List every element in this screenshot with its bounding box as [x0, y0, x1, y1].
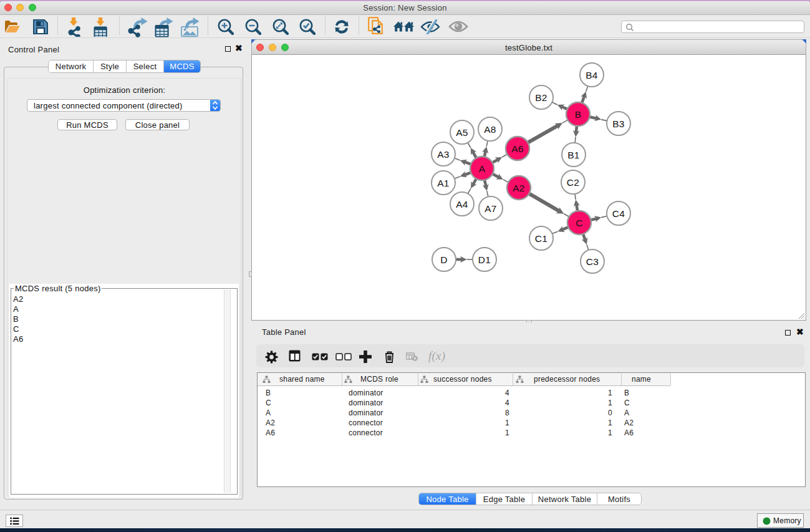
svg-text:C1: C1	[535, 233, 547, 244]
svg-text:C4: C4	[612, 208, 625, 219]
svg-text:C: C	[576, 218, 582, 228]
svg-text:A4: A4	[456, 199, 468, 210]
svg-text:D1: D1	[478, 254, 491, 265]
svg-text:D: D	[440, 254, 447, 265]
svg-text:C2: C2	[567, 177, 579, 188]
svg-text:A2: A2	[513, 183, 524, 193]
svg-text:A: A	[479, 163, 486, 174]
svg-text:A6: A6	[511, 143, 523, 154]
svg-text:B1: B1	[567, 150, 579, 160]
svg-text:A3: A3	[437, 149, 449, 160]
svg-text:A8: A8	[484, 124, 496, 135]
svg-text:B4: B4	[586, 70, 598, 80]
svg-text:B2: B2	[535, 92, 547, 103]
svg-text:B3: B3	[612, 118, 624, 129]
svg-text:B: B	[575, 109, 582, 120]
svg-text:C3: C3	[586, 256, 599, 267]
svg-text:A1: A1	[437, 178, 449, 188]
svg-text:A7: A7	[485, 203, 496, 214]
svg-text:A5: A5	[456, 127, 468, 138]
